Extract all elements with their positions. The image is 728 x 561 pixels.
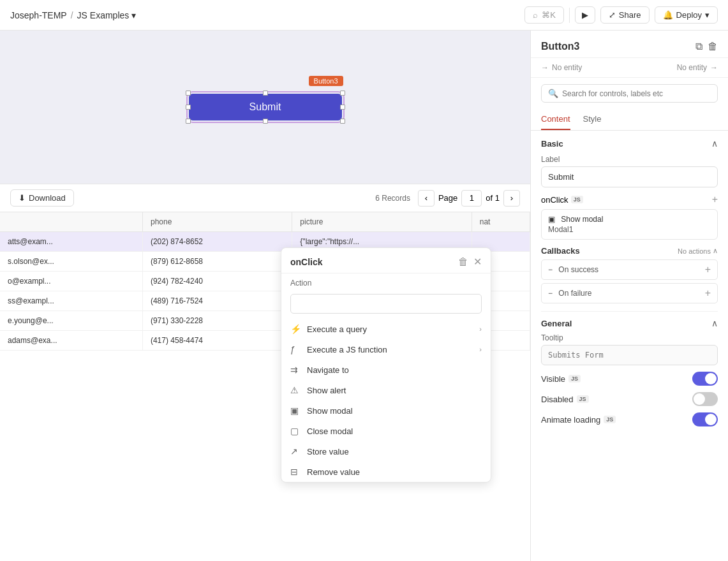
dropdown-item[interactable]: ⚠ Show alert	[281, 380, 491, 400]
dropdown-close-button[interactable]: ✕	[473, 256, 482, 268]
label-field-label: Label	[541, 155, 718, 164]
dropdown-item-label: Execute a query	[307, 324, 367, 334]
page-input[interactable]	[461, 190, 482, 207]
nav-divider	[569, 8, 570, 23]
chevron-up-icon: ∧	[713, 247, 718, 255]
table-toolbar: ⬇ Download 6 Records ‹ Page of 1 ›	[0, 184, 530, 212]
panel-tabs: Content Style	[531, 109, 728, 131]
basic-section-title: Basic	[541, 139, 563, 149]
play-button[interactable]: ▶	[575, 6, 595, 24]
breadcrumb-project[interactable]: JS Examples ▾	[77, 10, 137, 20]
show-modal-label: Show modal	[561, 215, 603, 224]
panel-delete-button[interactable]: 🗑	[708, 41, 718, 52]
main-layout: Button3 Submit ⬇ Download 6 Records	[0, 31, 728, 561]
general-section-header: General ∧	[541, 318, 718, 328]
dropdown-item-arrow: ›	[479, 325, 482, 333]
dropdown-item-label: Remove value	[307, 467, 360, 477]
page-of: of 1	[486, 193, 500, 203]
resize-handle-bl[interactable]	[186, 119, 191, 124]
share-button[interactable]: ⤢ Share	[600, 6, 650, 24]
dropdown-item-label: Close modal	[307, 426, 353, 436]
search-controls-icon: 🔍	[548, 89, 558, 98]
show-modal-card: ▣ Show modal Modal1	[541, 209, 718, 240]
on-success-row[interactable]: − On success +	[541, 259, 718, 280]
resize-handle-br[interactable]	[340, 119, 345, 124]
resize-handle-tl[interactable]	[186, 91, 191, 96]
dropdown-item[interactable]: ↗ Store value	[281, 441, 491, 462]
download-button[interactable]: ⬇ Download	[10, 189, 74, 207]
minus-icon: −	[548, 265, 553, 274]
dropdown-title: onClick	[290, 257, 323, 267]
dropdown-header-actions: 🗑 ✕	[458, 256, 482, 268]
dropdown-item[interactable]: ▣ Show modal	[281, 400, 491, 421]
dropdown-item-label: Store value	[307, 447, 349, 456]
disabled-label: Disabled	[541, 395, 574, 404]
dropdown-item-label: Show alert	[307, 386, 346, 395]
submit-button[interactable]: Submit	[189, 94, 342, 120]
dropdown-item[interactable]: ƒ Execute a JS function ›	[281, 339, 491, 360]
canvas-area: Button3 Submit ⬇ Download 6 Records	[0, 31, 530, 561]
bell-icon: 🔔	[663, 10, 673, 20]
onclick-header: onClick JS +	[541, 194, 718, 205]
disabled-toggle[interactable]	[692, 392, 718, 406]
tooltip-label: Tooltip	[541, 333, 718, 342]
visible-toggle[interactable]	[692, 372, 718, 386]
cell-phone: (417) 458-4474	[142, 331, 292, 351]
no-actions-badge: No actions ∧	[678, 247, 718, 255]
panel-copy-button[interactable]: ⧉	[695, 41, 702, 52]
general-collapse-button[interactable]: ∧	[711, 318, 718, 328]
resize-handle-tm[interactable]	[263, 91, 268, 96]
controls-search[interactable]: 🔍	[541, 84, 718, 103]
dropdown-item[interactable]: ▢ Close modal	[281, 421, 491, 441]
breadcrumb-user[interactable]: Joseph-TEMP	[10, 10, 67, 20]
callbacks-header: Callbacks No actions ∧	[541, 246, 718, 256]
general-section-title: General	[541, 319, 572, 328]
prev-page-button[interactable]: ‹	[418, 190, 435, 207]
minus-icon-2: −	[548, 289, 553, 298]
visible-js-badge: JS	[568, 375, 581, 382]
dropdown-action-label: Action	[281, 273, 491, 290]
entity-right[interactable]: No entity →	[677, 63, 718, 72]
cell-phone: (202) 874-8652	[142, 232, 292, 252]
basic-collapse-button[interactable]: ∧	[711, 138, 718, 149]
pagination: ‹ Page of 1 ›	[418, 190, 520, 207]
search-box[interactable]: ⌕ ⌘K	[524, 6, 564, 24]
cell-phone: (924) 782-4240	[142, 272, 292, 291]
resize-handle-ml[interactable]	[186, 105, 191, 110]
resize-handle-mr[interactable]	[340, 105, 345, 110]
action-search-input[interactable]	[290, 294, 482, 314]
cell-email: adams@exa...	[0, 331, 142, 351]
dropdown-delete-button[interactable]: 🗑	[458, 256, 468, 268]
dropdown-item-label: Navigate to	[307, 365, 349, 375]
dropdown-item-icon: ▣	[290, 405, 301, 416]
dropdown-item[interactable]: ⊟ Remove value	[281, 462, 491, 482]
disabled-label-row: Disabled JS	[541, 395, 589, 404]
dropdown-item[interactable]: ⇉ Navigate to	[281, 360, 491, 380]
panel-title: Button3	[541, 41, 579, 52]
resize-handle-bm[interactable]	[263, 119, 268, 124]
dropdown-item-icon: ▢	[290, 426, 301, 436]
on-success-add-button[interactable]: +	[705, 264, 711, 275]
callbacks-label: Callbacks	[541, 246, 580, 256]
deploy-button[interactable]: 🔔 Deploy ▾	[655, 6, 718, 24]
tooltip-input[interactable]	[541, 345, 718, 365]
button-wrapper: Button3 Submit	[189, 94, 342, 120]
tab-style[interactable]: Style	[583, 109, 602, 130]
cell-email: ss@exampl...	[0, 291, 142, 311]
animate-loading-toggle[interactable]	[692, 412, 718, 426]
resize-handle-tr[interactable]	[340, 91, 345, 96]
cell-email: e.young@e...	[0, 311, 142, 331]
col-phone: phone	[142, 212, 292, 232]
cell-phone: (489) 716-7524	[142, 291, 292, 311]
on-failure-add-button[interactable]: +	[705, 288, 711, 299]
dropdown-item[interactable]: ⚡ Execute a query ›	[281, 319, 491, 339]
controls-search-input[interactable]	[562, 89, 711, 98]
next-page-button[interactable]: ›	[503, 190, 520, 207]
tab-content[interactable]: Content	[541, 109, 570, 130]
entity-left[interactable]: → No entity	[541, 63, 582, 72]
label-field-input[interactable]	[541, 166, 718, 187]
on-failure-row[interactable]: − On failure +	[541, 283, 718, 303]
onclick-add-button[interactable]: +	[712, 194, 718, 205]
animate-loading-toggle-row: Animate loading JS	[541, 412, 718, 426]
panel-header: Button3 ⧉ 🗑	[531, 31, 728, 58]
